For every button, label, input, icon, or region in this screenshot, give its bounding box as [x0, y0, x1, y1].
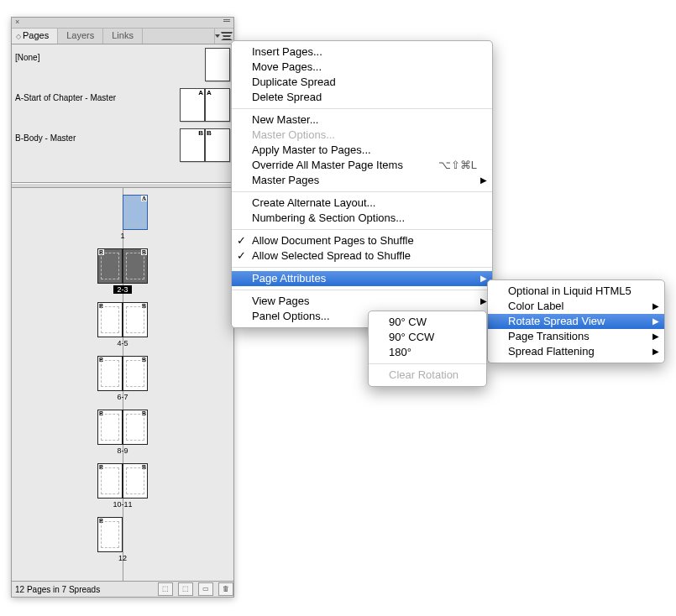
- submenu-arrow-icon: ▶: [480, 173, 487, 188]
- pages-status-text: 12 Pages in 7 Spreads: [15, 585, 100, 594]
- menu-item: Master Options...: [232, 128, 492, 143]
- page-thumbnail[interactable]: B: [123, 410, 148, 445]
- menu-item[interactable]: Numbering & Section Options...: [232, 211, 492, 226]
- menu-item[interactable]: Create Alternate Layout...: [232, 196, 492, 211]
- menu-item[interactable]: Rotate Spread View▶: [488, 314, 664, 329]
- master-thumb-spread[interactable]: B B: [180, 128, 230, 162]
- menu-item[interactable]: Color Label▶: [488, 299, 664, 314]
- menu-item[interactable]: Move Pages...: [232, 60, 492, 75]
- page-thumbnail[interactable]: B: [97, 463, 123, 499]
- rotate-spread-submenu: 90° CW90° CCW180°Clear Rotation: [368, 311, 487, 387]
- master-thumb-spread[interactable]: A A: [180, 88, 230, 122]
- menu-item[interactable]: Master Pages▶: [232, 173, 492, 188]
- spread-label[interactable]: 12: [118, 554, 127, 562]
- spread-label[interactable]: 8-9: [117, 446, 128, 455]
- panel-top-bar[interactable]: ×: [12, 18, 233, 29]
- spread-label[interactable]: 2-3: [113, 285, 131, 294]
- menu-item[interactable]: Spread Flattening▶: [488, 344, 664, 359]
- master-thumb[interactable]: [205, 48, 230, 81]
- menu-item-label: 90° CCW: [389, 331, 434, 343]
- menu-item[interactable]: Optional in Liquid HTML5: [488, 284, 664, 299]
- master-row[interactable]: B-Body - Master B B: [15, 128, 230, 162]
- spread[interactable]: BB6-7: [97, 356, 148, 401]
- menu-item-label: Create Alternate Layout...: [252, 196, 375, 209]
- menu-item-label: Allow Selected Spread to Shuffle: [252, 249, 411, 262]
- menu-item[interactable]: Delete Spread: [232, 90, 492, 105]
- menu-item[interactable]: Apply Master to Pages...: [232, 143, 492, 158]
- submenu-arrow-icon: ▶: [652, 329, 659, 344]
- new-page-icon[interactable]: ▭: [198, 582, 213, 596]
- close-icon[interactable]: ×: [15, 18, 19, 26]
- menu-item[interactable]: ✓Allow Selected Spread to Shuffle: [232, 248, 492, 264]
- menu-item[interactable]: ✓Allow Document Pages to Shuffle: [232, 233, 492, 248]
- spread-label[interactable]: 10-11: [113, 500, 132, 509]
- menu-item-label: Duplicate Spread: [252, 76, 336, 88]
- page-thumbnail[interactable]: B: [97, 410, 123, 445]
- menu-item[interactable]: View Pages▶: [232, 294, 492, 309]
- page-thumbnail[interactable]: A: [123, 195, 148, 230]
- submenu-arrow-icon: ▶: [652, 344, 659, 359]
- spread-label[interactable]: 6-7: [117, 393, 128, 401]
- page-thumbnail[interactable]: B: [123, 302, 148, 337]
- tab-pages[interactable]: ◇Pages: [12, 29, 58, 44]
- menu-item-label: Insert Pages...: [252, 45, 322, 58]
- document-pages-area[interactable]: A1BB2-3BB4-5BB6-7BB8-9BB10-11B12: [12, 188, 233, 582]
- menu-item: Clear Rotation: [369, 368, 486, 383]
- tab-label: Pages: [23, 30, 49, 40]
- tab-layers[interactable]: Layers: [58, 29, 103, 44]
- menu-item[interactable]: Override All Master Page Items⌥⇧⌘L: [232, 158, 492, 173]
- menu-item-label: New Master...: [252, 113, 318, 126]
- master-row[interactable]: A-Start of Chapter - Master A A: [15, 88, 230, 122]
- spread-label[interactable]: 1: [120, 232, 124, 240]
- menu-item[interactable]: New Master...: [232, 112, 492, 128]
- spread[interactable]: BB4-5: [97, 302, 148, 347]
- tab-label: Links: [112, 30, 134, 40]
- menu-item-label: Spread Flattening: [508, 345, 595, 358]
- spread[interactable]: BB8-9: [97, 410, 148, 455]
- page-attributes-submenu: Optional in Liquid HTML5Color Label▶Rota…: [487, 279, 665, 363]
- menu-item[interactable]: 180°: [369, 345, 486, 360]
- master-label: B-Body - Master: [15, 128, 76, 143]
- page-thumbnail[interactable]: B: [97, 248, 123, 284]
- panel-status-bar: 12 Pages in 7 Spreads ⬚ ⬚ ▭ 🗑: [12, 582, 233, 597]
- page-thumbnail[interactable]: B: [123, 356, 148, 391]
- menu-item[interactable]: 90° CW: [369, 315, 486, 330]
- page-thumbnail[interactable]: B: [97, 517, 123, 552]
- page-thumbnail[interactable]: B: [97, 356, 123, 391]
- spread[interactable]: B12: [97, 517, 148, 562]
- menu-item[interactable]: Page Transitions▶: [488, 329, 664, 344]
- collapse-icon[interactable]: [223, 19, 230, 22]
- triangle-down-icon: [215, 34, 220, 38]
- master-letter: B: [198, 129, 203, 137]
- menu-item[interactable]: Duplicate Spread: [232, 75, 492, 90]
- spread[interactable]: BB2-3: [97, 248, 148, 294]
- trash-icon[interactable]: 🗑: [218, 582, 233, 596]
- panel-menu-button[interactable]: [214, 29, 233, 44]
- menu-item-label: Rotate Spread View: [508, 315, 605, 327]
- submenu-arrow-icon: ▶: [652, 299, 659, 314]
- spread[interactable]: BB10-11: [97, 463, 148, 509]
- master-label: [None]: [15, 48, 39, 62]
- page-thumbnail[interactable]: B: [123, 463, 148, 499]
- spread[interactable]: A1: [97, 195, 148, 240]
- submenu-arrow-icon: ▶: [480, 271, 487, 286]
- menu-item[interactable]: 90° CCW: [369, 330, 486, 345]
- page-thumbnail[interactable]: B: [123, 248, 148, 284]
- page-thumbnail[interactable]: B: [97, 302, 123, 337]
- master-row[interactable]: [None]: [15, 48, 230, 81]
- menu-item-label: Override All Master Page Items: [252, 159, 403, 171]
- panel-tabs: ◇Pages Layers Links: [12, 29, 233, 44]
- tab-label: Layers: [66, 30, 94, 40]
- panel-context-menu: Insert Pages...Move Pages...Duplicate Sp…: [231, 40, 493, 328]
- menu-item-label: Master Pages: [252, 174, 319, 186]
- menu-item[interactable]: Insert Pages...: [232, 44, 492, 60]
- menu-item-label: Apply Master to Pages...: [252, 144, 371, 156]
- menu-item[interactable]: Page Attributes▶: [232, 271, 492, 286]
- menu-item-label: Optional in Liquid HTML5: [508, 285, 631, 297]
- tab-links[interactable]: Links: [103, 29, 143, 44]
- check-icon: ✓: [237, 233, 246, 248]
- new-page-icon[interactable]: ⬚: [178, 582, 193, 596]
- menu-item-label: View Pages: [252, 295, 309, 307]
- edit-page-size-icon[interactable]: ⬚: [158, 582, 173, 596]
- spread-label[interactable]: 4-5: [117, 339, 128, 347]
